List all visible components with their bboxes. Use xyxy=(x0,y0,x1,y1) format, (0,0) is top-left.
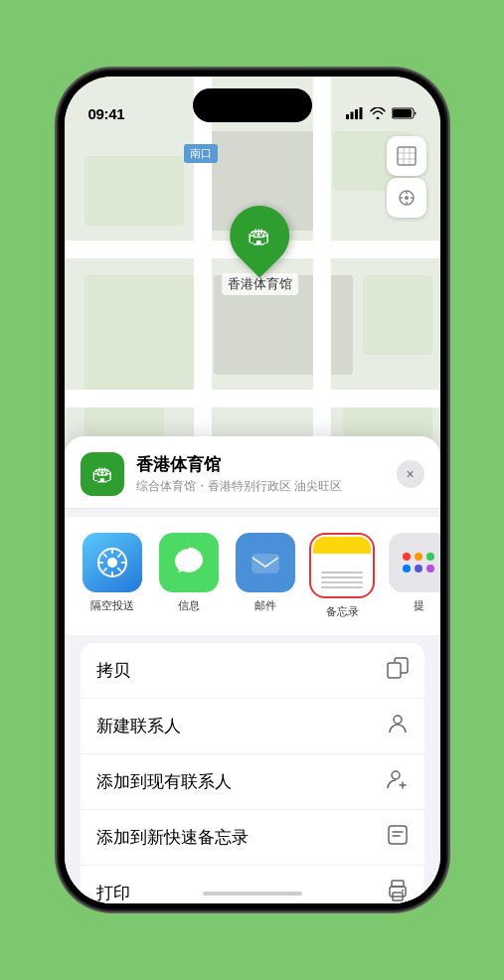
more-label: 提 xyxy=(414,598,424,613)
svg-rect-2 xyxy=(355,109,358,119)
svg-rect-13 xyxy=(388,663,401,678)
action-list: 拷贝 新建联系人 添加到现有联系人 xyxy=(81,643,424,903)
svg-rect-17 xyxy=(392,881,404,887)
signal-icon xyxy=(346,107,364,122)
status-time: 09:41 xyxy=(88,105,125,122)
mail-label: 邮件 xyxy=(254,598,276,613)
svg-rect-0 xyxy=(346,114,349,119)
airdrop-icon xyxy=(83,533,142,592)
map-controls xyxy=(387,136,426,218)
message-icon xyxy=(159,533,219,592)
stadium-icon: 🏟 xyxy=(248,222,271,249)
dynamic-island xyxy=(193,88,312,122)
pin-circle: 🏟 xyxy=(218,194,302,278)
phone-frame: 09:41 xyxy=(59,71,446,909)
message-label: 信息 xyxy=(178,598,200,613)
venue-name: 香港体育馆 xyxy=(136,453,397,476)
more-icon xyxy=(389,533,440,592)
sheet-header: 🏟 香港体育馆 综合体育馆・香港特别行政区 油尖旺区 × xyxy=(65,436,440,509)
battery-icon xyxy=(392,107,417,122)
copy-label: 拷贝 xyxy=(96,659,130,682)
add-existing-label: 添加到现有联系人 xyxy=(96,770,232,793)
notes-selected-border xyxy=(309,533,375,598)
svg-point-8 xyxy=(405,196,409,200)
phone-screen: 09:41 xyxy=(65,77,440,903)
svg-point-15 xyxy=(392,771,400,779)
share-airdrop[interactable]: 隔空投送 xyxy=(81,533,145,619)
share-mail[interactable]: 邮件 xyxy=(234,533,298,619)
road-label: 南口 xyxy=(184,144,218,163)
bottom-sheet: 🏟 香港体育馆 综合体育馆・香港特别行政区 油尖旺区 × 隔空投送 xyxy=(65,436,440,903)
share-message[interactable]: 信息 xyxy=(157,533,222,619)
add-notes-label: 添加到新快速备忘录 xyxy=(96,826,249,849)
person-icon xyxy=(387,713,409,739)
airdrop-label: 隔空投送 xyxy=(90,598,134,613)
notes-icon xyxy=(313,537,371,594)
action-add-notes[interactable]: 添加到新快速备忘录 xyxy=(81,810,424,866)
svg-point-20 xyxy=(402,890,404,892)
mail-icon xyxy=(236,533,295,592)
action-add-existing[interactable]: 添加到现有联系人 xyxy=(81,754,424,810)
svg-point-10 xyxy=(107,558,117,568)
copy-icon xyxy=(387,657,409,684)
action-copy[interactable]: 拷贝 xyxy=(81,643,424,699)
notes-label: 备忘录 xyxy=(326,604,359,619)
home-indicator xyxy=(203,892,302,896)
share-row: 隔空投送 信息 邮件 xyxy=(65,517,440,635)
close-button[interactable]: × xyxy=(397,460,424,488)
person-add-icon xyxy=(387,768,409,795)
svg-rect-6 xyxy=(398,147,416,165)
map-type-button[interactable] xyxy=(387,136,426,176)
share-notes[interactable]: 备忘录 xyxy=(310,533,375,619)
print-label: 打印 xyxy=(96,882,130,903)
venue-subtitle: 综合体育馆・香港特别行政区 油尖旺区 xyxy=(136,478,397,495)
location-button[interactable] xyxy=(387,178,426,218)
note-icon xyxy=(387,824,409,851)
svg-rect-3 xyxy=(359,107,362,119)
venue-info: 香港体育馆 综合体育馆・香港特别行政区 油尖旺区 xyxy=(136,453,397,495)
svg-rect-1 xyxy=(350,112,353,120)
new-contact-label: 新建联系人 xyxy=(96,715,181,737)
svg-rect-11 xyxy=(252,555,278,572)
share-more[interactable]: 提 xyxy=(387,533,440,619)
svg-rect-16 xyxy=(389,826,407,844)
status-icons xyxy=(346,107,417,122)
svg-point-14 xyxy=(394,716,402,724)
svg-rect-5 xyxy=(393,109,412,117)
wifi-icon xyxy=(370,107,386,122)
printer-icon xyxy=(387,880,409,903)
action-print[interactable]: 打印 xyxy=(81,866,424,903)
venue-icon: 🏟 xyxy=(81,452,124,496)
location-pin: 🏟 香港体育馆 xyxy=(222,206,298,295)
action-new-contact[interactable]: 新建联系人 xyxy=(81,699,424,754)
